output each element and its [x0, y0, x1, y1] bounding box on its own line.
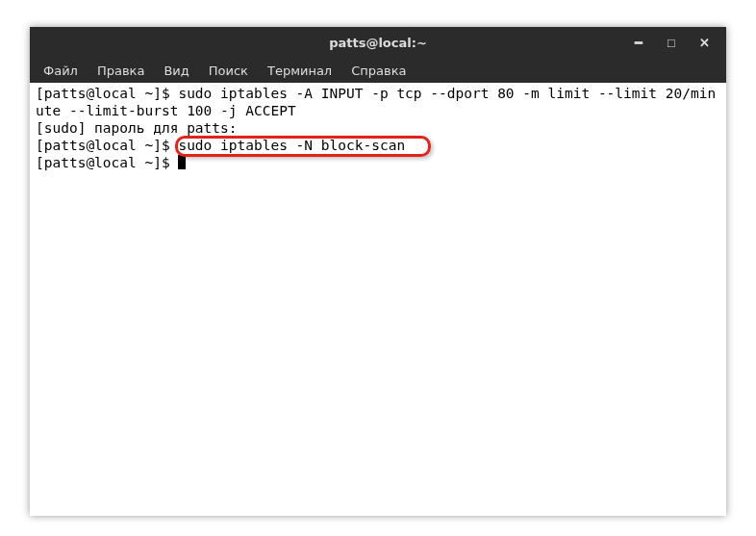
prompt: [patts@local ~]$ [36, 155, 178, 170]
menu-edit[interactable]: Правка [88, 60, 154, 82]
terminal-window: patts@local:~ ━ □ ✕ Файл Правка Вид Поис… [30, 27, 726, 516]
maximize-button[interactable]: □ [661, 32, 682, 53]
menu-file[interactable]: Файл [34, 60, 88, 82]
titlebar: patts@local:~ ━ □ ✕ [30, 27, 726, 58]
sudo-prompt: [sudo] пароль для patts: [36, 120, 238, 136]
cursor-icon [178, 155, 186, 169]
menu-terminal[interactable]: Терминал [258, 60, 341, 82]
window-controls: ━ □ ✕ [628, 27, 722, 58]
menu-help[interactable]: Справка [341, 60, 416, 82]
menubar: Файл Правка Вид Поиск Терминал Справка [30, 58, 726, 83]
close-button[interactable]: ✕ [693, 32, 715, 53]
terminal-body[interactable]: [patts@local ~]$ sudo iptables -A INPUT … [30, 83, 726, 516]
minimize-button[interactable]: ━ [628, 32, 649, 53]
menu-view[interactable]: Вид [154, 60, 198, 82]
prompt: [patts@local ~]$ [36, 86, 178, 101]
prompt: [patts@local ~]$ [36, 138, 178, 153]
command-text: sudo iptables -N block-scan [178, 138, 405, 153]
menu-search[interactable]: Поиск [199, 60, 258, 82]
window-title: patts@local:~ [329, 36, 427, 50]
